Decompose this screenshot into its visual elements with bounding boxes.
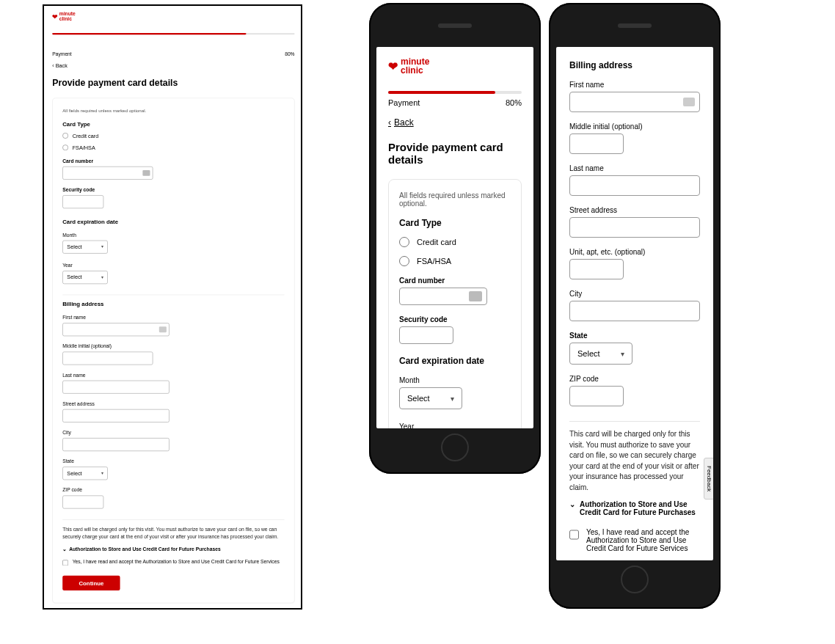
contact-icon bbox=[159, 326, 167, 332]
billing-section-label: Billing address bbox=[569, 60, 700, 70]
month-label: Month bbox=[62, 232, 284, 238]
card-type-label: Card Type bbox=[399, 218, 511, 228]
progress-step-label: Payment bbox=[388, 98, 420, 107]
street-input[interactable] bbox=[569, 217, 700, 238]
authorization-expander[interactable]: ⌄ Authorization to Store and Use Credit … bbox=[62, 546, 284, 552]
first-name-label: First name bbox=[62, 315, 284, 321]
radio-credit[interactable] bbox=[399, 237, 409, 247]
state-select[interactable]: Select ▾ bbox=[62, 466, 108, 480]
continue-button[interactable]: Continue bbox=[62, 575, 120, 590]
chevron-down-icon: ⌄ bbox=[569, 500, 575, 508]
back-label: Back bbox=[56, 62, 68, 68]
authorization-expander[interactable]: ⌄ Authorization to Store and Use Credit … bbox=[569, 500, 700, 516]
street-label: Street address bbox=[569, 206, 700, 214]
card-number-label: Card number bbox=[62, 158, 284, 164]
brand-logo: ❤ minute clinic bbox=[52, 12, 294, 21]
security-code-input[interactable] bbox=[62, 195, 103, 208]
card-icon bbox=[469, 291, 482, 301]
chevron-left-icon: ‹ bbox=[388, 117, 391, 128]
card-type-credit[interactable]: Credit card bbox=[62, 133, 284, 139]
page-title: Provide payment card details bbox=[52, 77, 294, 88]
phone-speaker bbox=[618, 23, 652, 28]
zip-input[interactable] bbox=[569, 386, 624, 406]
back-link[interactable]: ‹ Back bbox=[388, 117, 414, 128]
radio-fsa[interactable] bbox=[399, 256, 409, 266]
chevron-down-icon: ⌄ bbox=[62, 546, 67, 552]
brand-logo: ❤ minute clinic bbox=[388, 57, 522, 75]
zip-label: ZIP code bbox=[569, 375, 700, 383]
chevron-down-icon: ▾ bbox=[451, 395, 454, 403]
authorization-accept[interactable]: Yes, I have read and accept the Authoriz… bbox=[62, 559, 284, 566]
chevron-left-icon: ‹ bbox=[52, 63, 54, 69]
card-number-label: Card number bbox=[399, 277, 511, 285]
card-type-fsa[interactable]: FSA/HSA bbox=[399, 256, 511, 266]
divider bbox=[62, 519, 284, 520]
street-label: Street address bbox=[62, 400, 284, 406]
progress-percent: 80% bbox=[285, 51, 294, 57]
first-name-input[interactable] bbox=[569, 92, 700, 112]
feedback-tab[interactable]: Feedback bbox=[704, 458, 713, 500]
chevron-down-icon: ▾ bbox=[101, 244, 103, 249]
payment-card-form: All fields required unless marked option… bbox=[388, 179, 522, 428]
chevron-down-icon: ▾ bbox=[101, 275, 103, 279]
contact-icon bbox=[683, 98, 695, 106]
card-type-credit[interactable]: Credit card bbox=[399, 237, 511, 247]
heart-icon: ❤ bbox=[388, 59, 398, 73]
progress-step-label: Payment bbox=[52, 51, 72, 57]
progress-bar bbox=[388, 91, 522, 94]
divider bbox=[62, 294, 284, 295]
card-type-label: Card Type bbox=[62, 120, 284, 127]
expiration-label: Card expiration date bbox=[399, 356, 511, 366]
last-name-label: Last name bbox=[62, 372, 284, 378]
year-label: Year bbox=[62, 263, 284, 268]
disclosure-text: This card will be charged only for this … bbox=[62, 525, 284, 540]
month-label: Month bbox=[399, 376, 511, 384]
last-name-input[interactable] bbox=[569, 175, 700, 196]
required-hint: All fields required unless marked option… bbox=[62, 108, 284, 113]
city-label: City bbox=[569, 290, 700, 298]
progress-bar bbox=[52, 33, 294, 34]
brand-line2: clinic bbox=[59, 17, 76, 22]
radio-credit[interactable] bbox=[62, 133, 68, 139]
unit-label: Unit, apt, etc. (optional) bbox=[569, 248, 700, 256]
state-select[interactable]: Select ▾ bbox=[569, 343, 632, 365]
authorization-checkbox[interactable] bbox=[569, 530, 579, 540]
zip-input[interactable] bbox=[62, 495, 103, 508]
first-name-input[interactable] bbox=[62, 323, 169, 336]
card-type-fsa[interactable]: FSA/HSA bbox=[62, 144, 284, 150]
desktop-preview-frame: ❤ minute clinic Payment 80% ‹ Back Provi… bbox=[43, 4, 302, 610]
authorization-checkbox[interactable] bbox=[62, 560, 68, 566]
divider bbox=[569, 421, 700, 422]
city-input[interactable] bbox=[62, 438, 169, 451]
mobile-preview-2: Billing address First name Middle initia… bbox=[549, 3, 721, 609]
chevron-down-icon: ▾ bbox=[621, 350, 624, 358]
last-name-input[interactable] bbox=[62, 380, 169, 393]
year-label: Year bbox=[399, 422, 511, 428]
phone-home-button bbox=[621, 566, 649, 593]
street-input[interactable] bbox=[62, 409, 169, 422]
mobile-preview-1: ❤ minute clinic Payment 80% ‹ Back Provi… bbox=[369, 3, 541, 474]
month-select[interactable]: Select ▾ bbox=[62, 240, 108, 253]
phone-speaker bbox=[438, 23, 472, 28]
last-name-label: Last name bbox=[569, 164, 700, 172]
month-select[interactable]: Select ▾ bbox=[399, 387, 462, 409]
security-code-label: Security code bbox=[62, 187, 284, 193]
middle-initial-input[interactable] bbox=[569, 133, 624, 154]
required-hint: All fields required unless marked option… bbox=[399, 191, 511, 208]
middle-initial-input[interactable] bbox=[62, 351, 153, 365]
billing-section-label: Billing address bbox=[62, 301, 284, 307]
progress-percent: 80% bbox=[506, 98, 522, 107]
radio-fsa[interactable] bbox=[62, 144, 68, 150]
city-input[interactable] bbox=[569, 301, 700, 321]
state-label: State bbox=[569, 332, 700, 340]
year-select[interactable]: Select ▾ bbox=[62, 271, 108, 284]
back-link[interactable]: ‹ Back bbox=[52, 62, 68, 68]
security-code-input[interactable] bbox=[399, 326, 453, 344]
authorization-accept[interactable]: Yes, I have read and accept the Authoriz… bbox=[569, 528, 700, 552]
card-number-input[interactable] bbox=[62, 167, 153, 180]
disclosure-text: This card will be charged only for this … bbox=[569, 429, 700, 493]
unit-input[interactable] bbox=[569, 259, 624, 279]
city-label: City bbox=[62, 430, 284, 436]
card-number-input[interactable] bbox=[399, 288, 487, 305]
middle-initial-label: Middle initial (optional) bbox=[62, 343, 284, 349]
